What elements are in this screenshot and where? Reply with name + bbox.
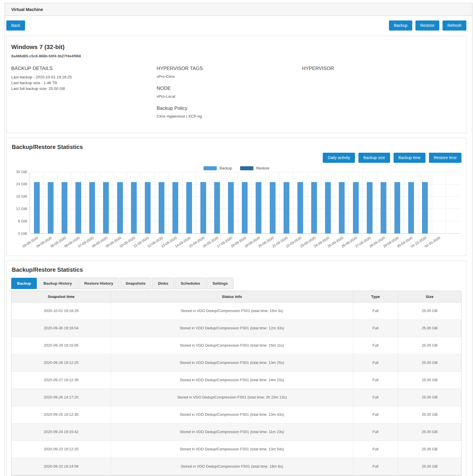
status-info-cell: Stored in VDO Dedup/Compression FS01 (to… <box>111 320 353 337</box>
legend-label: Restore <box>256 166 269 170</box>
status-info-cell: Stored in VDO Dedup/Compression FS01 (to… <box>111 389 353 406</box>
backup-bar <box>367 182 373 233</box>
chart-column: 12-09-2020 <box>155 172 169 233</box>
backup-bar <box>394 182 400 233</box>
table-row[interactable]: 2020-09-24 19:15:42Stored in VDO Dedup/C… <box>12 423 461 441</box>
toolbar-right: Backup Restore Refresh <box>389 20 466 31</box>
type-cell: Full <box>353 423 398 441</box>
table-row[interactable]: 2020-09-25 19:12:35Stored in VDO Dedup/C… <box>12 406 461 423</box>
tab-schedules[interactable]: Schedules <box>175 278 206 289</box>
table-row[interactable]: 2020-09-29 19:15:05Stored in VDO Dedup/C… <box>12 337 461 354</box>
backup-bar <box>339 182 345 233</box>
back-button[interactable]: Back <box>6 20 25 31</box>
type-cell: Full <box>353 371 398 389</box>
chart-column: 08-09-2020 <box>99 172 113 233</box>
backup-details-column: BACKUP DETAILS Last backup - 2020-10-01 … <box>11 66 157 125</box>
chart-column: 22-09-2020 <box>293 172 307 233</box>
tab-settings[interactable]: Settings <box>207 278 233 289</box>
chart-column: 02-10-2020 <box>432 172 446 233</box>
backup-bar <box>89 182 95 233</box>
y-tick-label: 18 GiB <box>16 194 27 199</box>
chart-column: 16-09-2020 <box>210 172 224 233</box>
type-cell: Full <box>353 354 398 371</box>
table-row[interactable]: 2020-09-27 19:12:35Stored in VDO Dedup/C… <box>12 371 461 389</box>
snapshot-time-cell: 2020-09-22 19:14:09 <box>12 458 111 475</box>
column-header[interactable]: Snapshot time <box>12 291 111 303</box>
table-row[interactable]: 2020-09-28 19:12:25Stored in VDO Dedup/C… <box>12 354 461 371</box>
chart-column: 20-09-2020 <box>266 172 280 233</box>
tab-backup-history[interactable]: Backup History <box>38 278 78 289</box>
window-title-label: Virtual Machine <box>11 7 43 12</box>
chart-column: 27-09-2020 <box>363 172 377 233</box>
table-row[interactable]: 2020-09-30 19:16:04Stored in VDO Dedup/C… <box>12 320 461 337</box>
table-header-row: Snapshot timeStatus infoTypeSize <box>12 291 461 303</box>
y-tick-label: 0 GiB <box>18 232 27 236</box>
backup-bar <box>228 182 234 233</box>
backup-bar <box>353 182 359 233</box>
snapshot-time-cell: 2020-10-01 19:16:25 <box>12 302 111 320</box>
backup-bar <box>186 182 192 233</box>
tab-backup[interactable]: Backup <box>11 278 37 289</box>
chart-view-button-backup-time[interactable]: Backup time <box>394 153 425 163</box>
backup-bar <box>172 182 178 233</box>
column-header[interactable]: Status info <box>111 291 353 303</box>
backup-details-lines: Last backup - 2020-10-01 19:16:25Last ba… <box>11 74 157 92</box>
chart-panel: Backup/Restore Statistics Daily activity… <box>6 138 466 256</box>
type-cell: Full <box>353 302 398 320</box>
status-info-cell: Stored in VDO Dedup/Compression FS01 (to… <box>111 354 353 371</box>
status-info-cell: Stored in VDO Dedup/Compression FS01 (to… <box>111 423 353 441</box>
y-tick-label: 24 GiB <box>16 182 27 186</box>
node-title: NODE <box>157 86 302 91</box>
window-title: Virtual Machine <box>5 3 472 16</box>
chart-view-button-backup-size[interactable]: Backup size <box>358 153 390 163</box>
vm-uuid: 9a486d85-c5c6-868b-50f4-3b27f4e4f968 <box>11 54 461 58</box>
chart-column: 03-09-2020 <box>30 172 44 233</box>
node-block: NODE vPro-Local <box>157 86 302 99</box>
backup-bar <box>270 182 276 233</box>
snapshot-time-cell: 2020-09-23 19:12:20 <box>12 441 111 458</box>
chart-column: 23-09-2020 <box>307 172 321 233</box>
chart-column: 01-10-2020 <box>418 172 432 233</box>
backup-detail-line: Last backup size - 1.46 TB <box>11 80 157 86</box>
size-cell: 25.00 GB <box>398 458 461 475</box>
y-tick-label: 12 GiB <box>16 207 27 211</box>
backup-bar <box>117 182 123 233</box>
chart-view-button-daily-activity[interactable]: Daily activity <box>323 153 355 163</box>
type-cell: Full <box>353 406 398 423</box>
type-cell: Full <box>353 458 398 475</box>
chart-view-button-restore-time[interactable]: Restore time <box>429 153 461 163</box>
tab-restore-history[interactable]: Restore History <box>79 278 119 289</box>
table-row[interactable]: 2020-09-23 19:12:20Stored in VDO Dedup/C… <box>12 441 461 458</box>
tab-snapshots[interactable]: Snapshots <box>120 278 151 289</box>
legend-label: Backup <box>220 166 232 170</box>
table-row[interactable]: 2020-10-01 19:16:25Stored in VDO Dedup/C… <box>12 302 461 320</box>
column-header[interactable]: Size <box>398 291 461 303</box>
snapshot-time-cell: 2020-09-25 19:12:35 <box>12 406 111 423</box>
chart-column: 18-09-2020 <box>238 172 252 233</box>
column-header[interactable]: Type <box>353 291 398 303</box>
table-row[interactable]: 2020-09-22 19:14:09Stored in VDO Dedup/C… <box>12 458 461 475</box>
chart-column: 15-09-2020 <box>196 172 210 233</box>
backup-bar <box>75 182 81 233</box>
backup-button[interactable]: Backup <box>389 20 412 31</box>
backup-table: Snapshot timeStatus infoTypeSize 2020-10… <box>12 291 461 475</box>
backup-bar <box>381 182 386 233</box>
snapshot-time-cell: 2020-09-26 14:17:20 <box>12 389 111 406</box>
chart-column: 14-09-2020 <box>183 172 196 233</box>
size-cell: 25.00 GB <box>398 423 461 441</box>
status-info-cell: Stored in VDO Dedup/Compression FS01 (to… <box>111 371 353 389</box>
table-row[interactable]: 2020-09-26 14:17:20Stored in VDO Dedup/C… <box>12 389 461 406</box>
y-axis-labels: 0 GiB6 GiB12 GiB18 GiB24 GiB30 GiB <box>11 172 30 234</box>
refresh-button[interactable]: Refresh <box>442 20 466 31</box>
size-cell: 25.00 GB <box>398 441 461 458</box>
backup-bar <box>408 182 414 233</box>
tab-disks[interactable]: Disks <box>152 278 174 289</box>
status-info-cell: Stored in VDO Dedup/Compression FS01 (to… <box>111 458 353 475</box>
hypervisor-column: HYPERVISOR <box>302 66 461 125</box>
snapshot-time-cell: 2020-09-27 19:12:35 <box>12 371 111 389</box>
tab-bar: BackupBackup HistoryRestore HistorySnaps… <box>11 278 461 289</box>
restore-button[interactable]: Restore <box>415 20 439 31</box>
legend-item-restore: Restore <box>240 166 269 170</box>
chart-column: 28-09-2020 <box>377 172 390 233</box>
size-cell: 25.00 GB <box>398 320 461 337</box>
